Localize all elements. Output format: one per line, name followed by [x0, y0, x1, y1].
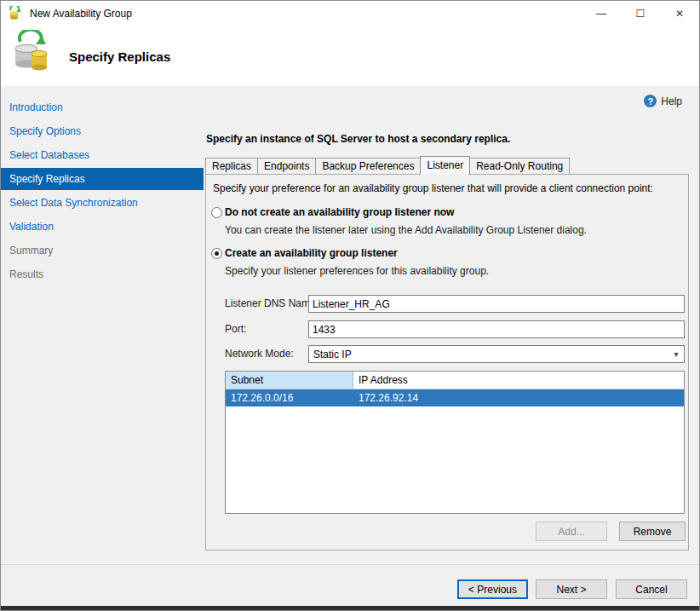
wizard-steps-sidebar: Introduction Specify Options Select Data… [1, 86, 204, 606]
next-button[interactable]: Next > [536, 579, 607, 599]
tab-backup-preferences[interactable]: Backup Preferences [315, 158, 421, 174]
tab-replicas[interactable]: Replicas [205, 158, 258, 174]
remove-button[interactable]: Remove [619, 522, 686, 541]
sidebar-item-specify-options[interactable]: Specify Options [1, 120, 204, 142]
add-button: Add... [536, 522, 607, 541]
help-label: Help [661, 95, 682, 107]
sidebar-item-select-databases[interactable]: Select Databases [1, 144, 204, 166]
tab-listener[interactable]: Listener [420, 156, 470, 175]
network-mode-label: Network Mode: [225, 345, 294, 363]
page-title: Specify Replicas [69, 49, 170, 64]
help-icon: ? [644, 95, 657, 107]
wizard-header: Specify Replicas [1, 26, 699, 86]
listener-ip-table: Subnet IP Address 172.26.0.0/16 172.26.9… [225, 371, 685, 514]
minimize-button[interactable]: — [582, 1, 621, 26]
network-mode-select[interactable]: Static IP ▾ [308, 345, 685, 363]
help-link[interactable]: ? Help [644, 95, 682, 107]
sidebar-item-results: Results [1, 263, 204, 285]
new-availability-group-dialog: New Availability Group — ☐ ✕ Specify Rep… [0, 0, 700, 611]
column-header-ip-address[interactable]: IP Address [353, 372, 684, 389]
option-create-listener-label[interactable]: Create an availability group listener [225, 247, 398, 260]
window-controls: — ☐ ✕ [582, 1, 699, 26]
port-input[interactable] [308, 320, 685, 338]
table-header-row: Subnet IP Address [226, 372, 684, 389]
close-button[interactable]: ✕ [660, 1, 699, 26]
tab-read-only-routing[interactable]: Read-Only Routing [469, 158, 570, 174]
content-area: ? Help Specify an instance of SQL Server… [204, 86, 699, 606]
chevron-down-icon: ▾ [668, 349, 684, 359]
network-mode-value: Static IP [313, 349, 352, 360]
tab-endpoints[interactable]: Endpoints [257, 158, 316, 174]
sidebar-item-specify-replicas[interactable]: Specify Replicas [1, 168, 204, 190]
window-title: New Availability Group [30, 8, 132, 20]
tab-strip: Replicas Endpoints Backup Preferences Li… [205, 156, 569, 174]
option-create-listener-description: Specify your listener preferences for th… [225, 265, 489, 278]
option-no-listener-label[interactable]: Do not create an availability group list… [225, 206, 454, 219]
sidebar-item-select-data-synchronization[interactable]: Select Data Synchronization [1, 192, 204, 214]
instruction-text: Specify an instance of SQL Server to hos… [206, 133, 510, 145]
port-label: Port: [225, 320, 246, 338]
title-bar: New Availability Group — ☐ ✕ [1, 1, 699, 26]
column-header-subnet[interactable]: Subnet [226, 372, 353, 389]
footer-divider [1, 564, 699, 565]
listener-dns-name-label: Listener DNS Name: [225, 295, 318, 313]
dialog-body: Introduction Specify Options Select Data… [1, 86, 699, 606]
listener-dns-name-input[interactable] [308, 295, 685, 313]
cancel-button[interactable]: Cancel [616, 579, 687, 599]
radio-create-listener[interactable] [211, 248, 222, 259]
availability-group-icon [11, 30, 55, 80]
option-no-listener-description: You can create the listener later using … [225, 224, 587, 237]
listener-tab-panel: Specify your preference for an availabil… [205, 174, 689, 550]
sidebar-item-validation[interactable]: Validation [1, 216, 204, 238]
window-icon [8, 6, 23, 21]
sidebar-item-introduction[interactable]: Introduction [1, 96, 204, 118]
cell-ip-address: 172.26.92.14 [353, 389, 418, 406]
sidebar-item-summary: Summary [1, 239, 204, 262]
table-row[interactable]: 172.26.0.0/16 172.26.92.14 [226, 389, 684, 406]
window-bottom-edge [1, 606, 699, 610]
cell-subnet: 172.26.0.0/16 [226, 389, 353, 406]
maximize-button[interactable]: ☐ [621, 1, 660, 26]
previous-button[interactable]: < Previous [457, 579, 528, 599]
radio-do-not-create-listener[interactable] [211, 207, 222, 218]
listener-description: Specify your preference for an availabil… [213, 182, 653, 194]
